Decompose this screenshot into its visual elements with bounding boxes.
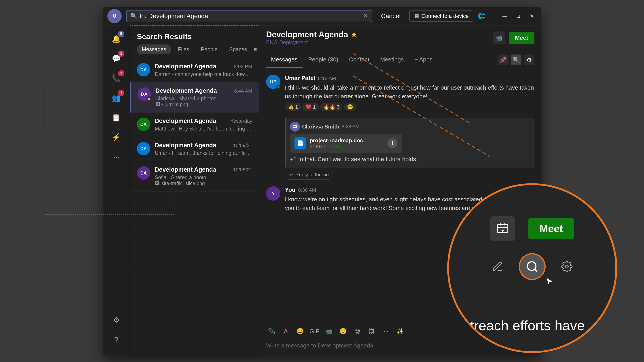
minimize-button[interactable]: — bbox=[500, 11, 510, 21]
sidebar-item-files[interactable]: 📋 bbox=[107, 109, 125, 126]
people-badge: 1 bbox=[118, 90, 124, 96]
result-channel-name: Development Agenda bbox=[155, 63, 216, 70]
tab-messages[interactable]: Messages bbox=[266, 52, 302, 68]
image-button[interactable]: 🖼 bbox=[366, 326, 377, 337]
file-icon: 🖼 bbox=[155, 181, 160, 186]
result-time: 8:44 AM bbox=[234, 88, 252, 94]
star-icon[interactable]: ★ bbox=[351, 31, 357, 39]
magnify-overlay: Meet bbox=[447, 183, 617, 353]
chat-title: Development Agenda ★ bbox=[266, 30, 357, 39]
sidebar-item-activity[interactable]: 🔔 5 bbox=[107, 30, 125, 48]
sidebar-item-powerapps[interactable]: ⚡ bbox=[107, 128, 125, 146]
sticker-button[interactable]: 😀 bbox=[295, 326, 306, 337]
help-icon: ? bbox=[114, 336, 118, 344]
filter-tab-messages[interactable]: Messages bbox=[137, 44, 171, 54]
tab-meetings[interactable]: Meetings bbox=[375, 52, 409, 68]
search-clear-icon[interactable]: ✕ bbox=[363, 12, 368, 19]
result-preview: Clarissa - Shared 2 photos bbox=[156, 96, 252, 102]
result-item[interactable]: DA Development Agenda Yesterday Matthew … bbox=[130, 113, 259, 137]
result-channel-name: Development Agenda bbox=[155, 142, 216, 149]
add-meeting-zoom-button[interactable] bbox=[490, 216, 515, 241]
result-channel-name: Development Agenda bbox=[156, 87, 217, 94]
reply-group: CS Clarissa Smith 8:28 AM 📄 project-road… bbox=[266, 118, 534, 180]
reaction-thumbsup[interactable]: 👍 1 bbox=[285, 103, 301, 111]
close-button[interactable]: ✕ bbox=[527, 11, 537, 21]
message-avatar: Y bbox=[266, 186, 280, 201]
tab-apps[interactable]: + Apps bbox=[410, 52, 438, 68]
sidebar-bottom: ⚙ ? bbox=[107, 311, 125, 351]
loop-button[interactable]: ✨ bbox=[395, 326, 406, 337]
tab-content[interactable]: Content bbox=[344, 52, 374, 68]
result-header: Development Agenda Yesterday bbox=[155, 117, 252, 124]
result-content: Development Agenda 10/06/21 Sofia - Shar… bbox=[155, 166, 252, 186]
chat-subtitle: ENG Deployment bbox=[266, 39, 357, 45]
settings-tab-icon-button[interactable]: ⚙ bbox=[524, 54, 534, 65]
gif-button[interactable]: GIF bbox=[309, 326, 320, 337]
result-content: Development Agenda 8:44 AM Clarissa - Sh… bbox=[156, 87, 252, 107]
sidebar-item-people[interactable]: 👥 1 bbox=[107, 89, 125, 107]
window-controls: — □ ✕ bbox=[500, 11, 537, 21]
message-avatar: UP bbox=[266, 75, 280, 89]
result-item[interactable]: DA Development Agenda 2:03 PM Darren - c… bbox=[130, 58, 259, 82]
reaction-fire[interactable]: 🔥🔥 3 bbox=[320, 103, 342, 111]
result-channel-name: Development Agenda bbox=[155, 117, 216, 124]
result-item[interactable]: DA Development Agenda 10/06/21 Sofia - S… bbox=[130, 161, 259, 192]
zoom-icons-row: Meet bbox=[490, 216, 574, 241]
reaction-heart[interactable]: ❤️ 1 bbox=[302, 103, 318, 111]
sidebar-item-calls[interactable]: 📞 1 bbox=[107, 69, 125, 87]
svg-point-3 bbox=[566, 265, 568, 268]
search-input[interactable] bbox=[140, 12, 361, 20]
connect-device-button[interactable]: 🖥 Connect to a device bbox=[410, 10, 474, 22]
pin-icon-button[interactable]: 📌 bbox=[498, 54, 508, 65]
result-item[interactable]: DA Development Agenda 10/09/21 Umar - Hi… bbox=[130, 137, 259, 161]
filter-more-icon[interactable]: ≡ bbox=[254, 46, 257, 52]
file-icon: 🖼 bbox=[156, 102, 160, 107]
result-item[interactable]: DA Development Agenda 8:44 AM Clarissa -… bbox=[130, 82, 259, 113]
sidebar-item-chat[interactable]: 💬 1 bbox=[107, 50, 125, 67]
annotation-zoom-icon[interactable] bbox=[486, 255, 509, 278]
result-avatar: DA bbox=[137, 142, 150, 155]
cancel-button[interactable]: Cancel bbox=[376, 10, 405, 22]
result-avatar: DA bbox=[137, 166, 150, 180]
filter-tab-people[interactable]: People bbox=[196, 44, 222, 54]
more-options-button[interactable]: ··· bbox=[380, 326, 391, 337]
file-size: 24 KB bbox=[310, 144, 322, 149]
result-avatar: DA bbox=[138, 87, 151, 101]
settings-zoom-icon[interactable] bbox=[556, 255, 578, 278]
result-preview: Darren - can anyone help me track down o… bbox=[155, 71, 252, 77]
chat-header: Development Agenda ★ ENG Deployment 📹 Me… bbox=[260, 25, 541, 52]
search-tab-icon-button[interactable]: 🔍 bbox=[511, 54, 522, 65]
mention-button[interactable]: @ bbox=[352, 326, 363, 337]
reaction-more[interactable]: 😊 bbox=[344, 103, 356, 111]
reply-thread-label: Reply to thread bbox=[296, 172, 329, 178]
attach-icon-button[interactable]: 📎 bbox=[266, 326, 277, 337]
svg-point-2 bbox=[527, 262, 536, 270]
chat-header-actions: 📹 Meet bbox=[492, 31, 534, 44]
meet-button[interactable]: Meet bbox=[509, 32, 534, 44]
file-meta: 24 KB • ✓ Safe bbox=[310, 144, 384, 149]
search-results-panel: Search Results Messages Files People Spa… bbox=[130, 25, 260, 355]
video-clip-button[interactable]: 📹 bbox=[323, 326, 334, 337]
reply-avatar: CS bbox=[290, 122, 300, 132]
meet-zoom-button[interactable]: Meet bbox=[528, 218, 574, 239]
filter-tab-files[interactable]: Files bbox=[173, 44, 194, 54]
result-time: 2:03 PM bbox=[234, 64, 252, 69]
online-status-dot bbox=[276, 85, 280, 89]
filter-tab-spaces[interactable]: Spaces bbox=[224, 44, 252, 54]
file-download-button[interactable]: ⬇ bbox=[388, 138, 397, 148]
search-bar[interactable]: 🔍 ✕ bbox=[126, 10, 372, 22]
text-format-button[interactable]: A bbox=[280, 326, 291, 337]
sidebar-item-settings[interactable]: ⚙ bbox=[107, 311, 125, 329]
search-zoom-icon[interactable] bbox=[520, 254, 544, 279]
video-icon-button[interactable]: 📹 bbox=[492, 31, 505, 44]
maximize-button[interactable]: □ bbox=[514, 11, 523, 21]
reply-to-thread-button[interactable]: ↩ Reply to thread bbox=[285, 170, 333, 180]
message-text: I think we should all take a moment to r… bbox=[285, 83, 534, 101]
sidebar-item-help[interactable]: ? bbox=[107, 331, 125, 349]
emoji-button[interactable]: 🙂 bbox=[338, 326, 348, 337]
tab-people[interactable]: People (30) bbox=[304, 52, 343, 68]
reply-message-text: +1 to that. Can't wait to see what the f… bbox=[290, 155, 530, 164]
result-avatar: DA bbox=[137, 117, 150, 131]
sidebar-item-more[interactable]: ··· bbox=[107, 148, 125, 166]
powerapps-icon: ⚡ bbox=[112, 133, 121, 141]
